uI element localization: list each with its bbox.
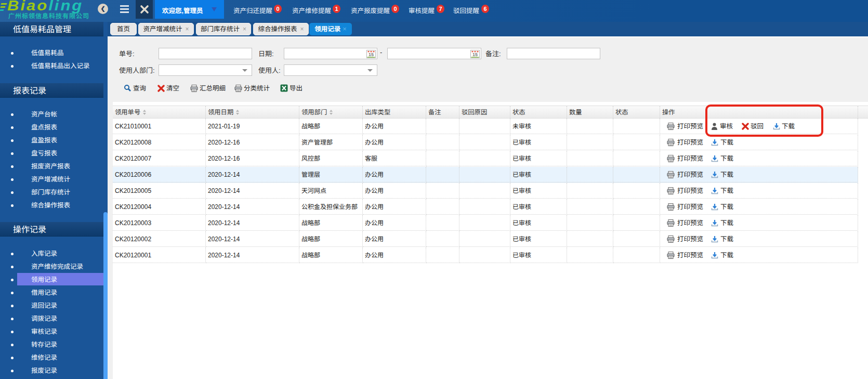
svg-text:15: 15: [369, 52, 374, 57]
svg-text:15: 15: [472, 52, 478, 57]
